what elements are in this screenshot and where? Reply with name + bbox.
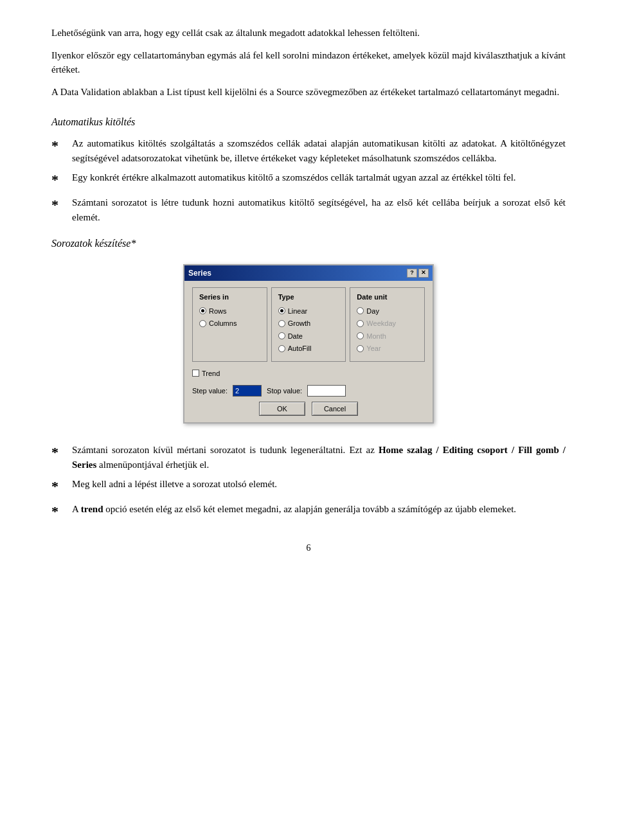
bullet-item-5: * Meg kell adni a lépést illetve a soroz… (51, 477, 566, 497)
radio-date-circle (278, 332, 285, 339)
radio-date-label: Date (288, 331, 303, 342)
step-stop-row: Step value: Stop value: (192, 385, 425, 397)
ok-button[interactable]: OK (259, 402, 305, 416)
radio-date[interactable]: Date (278, 331, 339, 342)
type-group: Type Linear Growth Date (271, 287, 346, 362)
radio-rows[interactable]: Rows (199, 306, 260, 317)
radio-autofill-label: AutoFill (288, 343, 312, 354)
bullet-star-3: * (51, 194, 63, 215)
radio-weekday-circle (357, 320, 364, 327)
bullet-item-4: * Számtani sorozaton kívül mértani soroz… (51, 443, 566, 472)
dialog-titlebar: Series ? ✕ (184, 265, 433, 281)
radio-autofill[interactable]: AutoFill (278, 343, 339, 354)
radio-rows-label: Rows (209, 306, 227, 317)
close-button[interactable]: ✕ (418, 269, 429, 278)
date-unit-group: Date unit Day Weekday Month (350, 287, 425, 362)
bullet6-text2: opció esetén elég az első két elemet meg… (103, 504, 517, 514)
radio-day[interactable]: Day (357, 306, 418, 317)
radio-linear-label: Linear (288, 306, 308, 317)
series-in-group: Series in Rows Columns (192, 287, 267, 362)
date-unit-label: Date unit (357, 292, 418, 303)
trend-checkbox[interactable] (192, 370, 199, 377)
stop-value-label: Stop value: (267, 386, 302, 397)
dialog-container: Series ? ✕ Series in Rows Columns (51, 264, 566, 424)
radio-month[interactable]: Month (357, 331, 418, 342)
step-value-label: Step value: (192, 386, 228, 397)
radio-year[interactable]: Year (357, 343, 418, 354)
bullet6-text1: A (72, 504, 81, 514)
paragraph-2: Ilyenkor először egy cellatartományban e… (51, 48, 566, 77)
radio-linear-circle (278, 307, 285, 314)
radio-columns[interactable]: Columns (199, 318, 260, 329)
radio-day-label: Day (366, 306, 379, 317)
bullet-item-3: * Számtani sorozatot is létre tudunk hoz… (51, 195, 566, 224)
radio-month-label: Month (366, 331, 386, 342)
section-auto-title: Automatikus kitöltés (51, 114, 566, 130)
radio-autofill-circle (278, 345, 285, 352)
dialog-groups-row: Series in Rows Columns Type Linea (192, 287, 425, 362)
stop-value-input[interactable] (307, 385, 346, 397)
type-label: Type (278, 292, 339, 303)
bullet-item-1: * Az automatikus kitöltés szolgáltatás a… (51, 136, 566, 165)
trend-label: Trend (202, 368, 220, 379)
dialog-action-buttons: OK Cancel (192, 402, 425, 416)
radio-day-circle (357, 307, 364, 314)
radio-year-circle (357, 345, 364, 352)
dialog-body: Series in Rows Columns Type Linea (184, 281, 433, 422)
radio-rows-circle (199, 307, 206, 314)
radio-weekday[interactable]: Weekday (357, 318, 418, 329)
paragraph-1: Lehetőségünk van arra, hogy egy cellát c… (51, 26, 566, 40)
auto-fill-bullets: * Az automatikus kitöltés szolgáltatás a… (51, 136, 566, 224)
radio-growth[interactable]: Growth (278, 318, 339, 329)
dialog-title: Series (188, 267, 211, 279)
titlebar-buttons: ? ✕ (407, 269, 429, 278)
bullet-text-5: Meg kell adni a lépést illetve a sorozat… (72, 477, 566, 492)
radio-weekday-label: Weekday (366, 318, 396, 329)
bullet6-bold: trend (81, 504, 103, 514)
trend-checkbox-row[interactable]: Trend (192, 368, 425, 379)
step-value-input[interactable] (233, 385, 262, 397)
radio-columns-circle (199, 320, 206, 327)
bullet-text-1: Az automatikus kitöltés szolgáltatás a s… (72, 136, 566, 165)
bullet-text-4: Számtani sorozaton kívül mértani sorozat… (72, 443, 566, 472)
bullet-text-2: Egy konkrét értékre alkalmazott automati… (72, 170, 566, 185)
series-dialog: Series ? ✕ Series in Rows Columns (183, 264, 434, 424)
radio-linear[interactable]: Linear (278, 306, 339, 317)
bullet-star-1: * (51, 135, 63, 156)
radio-month-circle (357, 332, 364, 339)
cancel-button[interactable]: Cancel (312, 402, 358, 416)
bullet-star-2: * (51, 169, 63, 190)
page-number: 6 (51, 541, 566, 555)
bullet-star-6: * (51, 501, 63, 522)
bullet4-text1: Számtani sorozaton kívül mértani sorozat… (72, 445, 379, 455)
radio-growth-circle (278, 320, 285, 327)
series-in-label: Series in (199, 292, 260, 303)
bullet-item-2: * Egy konkrét értékre alkalmazott automa… (51, 170, 566, 190)
radio-year-label: Year (366, 343, 380, 354)
bullet4-text2: almenüpontjával érhetjük el. (96, 460, 209, 470)
bullet-item-6: * A trend opció esetén elég az első két … (51, 502, 566, 522)
series-bullets: * Számtani sorozaton kívül mértani soroz… (51, 443, 566, 522)
radio-growth-label: Growth (288, 318, 310, 329)
bullet-text-6: A trend opció esetén elég az első két el… (72, 502, 566, 517)
paragraph-3: A Data Validation ablakban a List típust… (51, 85, 566, 100)
bullet-text-3: Számtani sorozatot is létre tudunk hozni… (72, 195, 566, 224)
sorozatok-title: Sorozatok készítése* (51, 236, 566, 251)
bullet-star-5: * (51, 476, 63, 497)
radio-columns-label: Columns (209, 318, 237, 329)
help-button[interactable]: ? (407, 269, 417, 278)
bullet-star-4: * (51, 442, 63, 463)
